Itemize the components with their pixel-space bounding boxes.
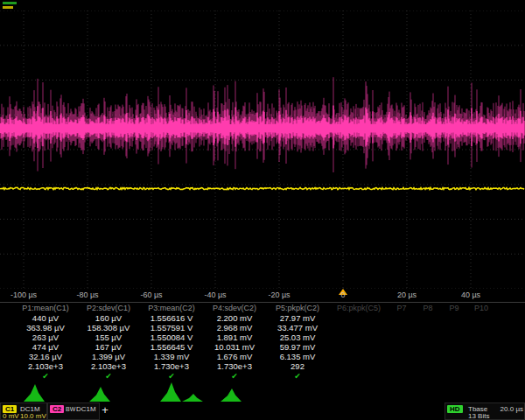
meas-value — [467, 313, 495, 323]
waveform-svg — [0, 10, 525, 289]
logo-mark-yellow — [3, 6, 13, 9]
meas-column-header[interactable]: P3:mean(C2) — [140, 303, 203, 313]
meas-value: 1.676 mV — [203, 352, 266, 361]
meas-value: 33.477 mV — [266, 323, 329, 332]
meas-value: 10.031 mV — [203, 342, 266, 352]
meas-value: 1.891 mV — [203, 332, 266, 342]
meas-value — [441, 352, 467, 361]
c1-offset-label: 0 mV — [3, 413, 19, 420]
timebase-resolution: 13 Bits — [468, 413, 489, 420]
c2-badge[interactable]: C2 — [50, 405, 64, 413]
time-axis-label: -80 µs — [76, 290, 98, 299]
meas-value: 1.556616 V — [140, 313, 203, 323]
meas-column-header[interactable]: P2:sdev(C1) — [77, 303, 140, 313]
time-axis-label: -20 µs — [268, 290, 290, 299]
meas-value — [329, 352, 388, 361]
meas-value-row: 2.103e+32.103e+31.730e+31.730e+3292 — [0, 361, 525, 371]
meas-value — [415, 323, 441, 332]
meas-column-header[interactable]: P7 — [388, 303, 415, 313]
meas-value: 32.16 µV — [14, 352, 77, 361]
meas-value — [329, 342, 388, 352]
oscilloscope-screen: -100 µs-80 µs-60 µs-40 µs-20 µs020 µs40 … — [0, 0, 525, 420]
meas-value — [441, 332, 467, 342]
meas-value-row: 363.98 µV158.308 µV1.557591 V2.968 mV33.… — [0, 323, 525, 332]
meas-value — [441, 361, 467, 371]
time-axis-label: -40 µs — [204, 290, 226, 299]
meas-value: 2.103e+3 — [14, 361, 77, 371]
meas-rows: 440 µV160 µV1.556616 V2.200 mV27.97 mV36… — [0, 313, 525, 371]
meas-value: 1.557591 V — [140, 323, 203, 332]
meas-column-header[interactable]: P6:pkpk(C5) — [329, 303, 388, 313]
meas-value — [388, 332, 415, 342]
meas-column-header[interactable]: P1:mean(C1) — [14, 303, 77, 313]
meas-value: 158.308 µV — [77, 323, 140, 332]
meas-value — [329, 332, 388, 342]
meas-value — [415, 313, 441, 323]
meas-value: 363.98 µV — [14, 323, 77, 332]
meas-value — [441, 323, 467, 332]
time-axis-label: -100 µs — [10, 290, 37, 299]
meas-column-header[interactable]: P10 — [467, 303, 495, 313]
channel-c1-descriptor[interactable]: C1 DC1M 0 mV 10.0 mV — [0, 402, 47, 420]
meas-value: 1.556645 V — [140, 342, 203, 352]
meas-value: 1.399 µV — [77, 352, 140, 361]
meas-value — [467, 323, 495, 332]
meas-value: 2.103e+3 — [77, 361, 140, 371]
meas-value: 474 µV — [14, 342, 77, 352]
top-strip — [0, 0, 525, 10]
meas-table: P1:mean(C1)P2:sdev(C1)P3:mean(C2)P4:sdev… — [0, 302, 525, 382]
bottom-bar: C1 DC1M 0 mV 10.0 mV C2 BW DC1M + HD Tba… — [0, 402, 525, 420]
c1-scale-label: 10.0 mV — [20, 413, 46, 420]
timebase-descriptor[interactable]: HD Tbase 20.0 µs 13 Bits — [444, 402, 525, 420]
meas-value: 1.550084 V — [140, 332, 203, 342]
meas-value: 160 µV — [77, 313, 140, 323]
meas-value — [388, 342, 415, 352]
waveform-display[interactable] — [0, 10, 525, 289]
meas-value: 2.968 mV — [203, 323, 266, 332]
meas-value — [415, 342, 441, 352]
meas-value — [388, 361, 415, 371]
meas-value — [467, 352, 495, 361]
measurement-histicons[interactable] — [0, 380, 525, 402]
channel-c2-descriptor[interactable]: C2 BW DC1M — [47, 402, 100, 420]
meas-value-row: 474 µV167 µV1.556645 V10.031 mV59.97 mV — [0, 342, 525, 352]
meas-value: 440 µV — [14, 313, 77, 323]
time-axis-label: 20 µs — [397, 290, 416, 299]
hd-badge: HD — [447, 405, 463, 413]
meas-value: 2.200 mV — [203, 313, 266, 323]
meas-value: 167 µV — [77, 342, 140, 352]
meas-value — [415, 332, 441, 342]
time-axis-label: 0 — [340, 290, 345, 299]
meas-value-row: 263 µV155 µV1.550084 V1.891 mV25.03 mV — [0, 332, 525, 342]
meas-value-row: 32.16 µV1.399 µV1.339 mV1.676 mV6.135 mV — [0, 352, 525, 361]
histicon-svg — [0, 380, 525, 402]
meas-column-header[interactable]: P4:sdev(C2) — [203, 303, 266, 313]
add-trace-button[interactable]: + — [96, 403, 114, 417]
meas-value — [329, 361, 388, 371]
meas-value-row: 440 µV160 µV1.556616 V2.200 mV27.97 mV — [0, 313, 525, 323]
meas-value — [329, 323, 388, 332]
meas-value — [441, 313, 467, 323]
time-axis: -100 µs-80 µs-60 µs-40 µs-20 µs020 µs40 … — [0, 290, 525, 301]
meas-value — [388, 323, 415, 332]
meas-value: 1.730e+3 — [203, 361, 266, 371]
meas-value — [467, 332, 495, 342]
meas-column-header[interactable]: P9 — [441, 303, 467, 313]
meas-value — [467, 342, 495, 352]
meas-value — [415, 361, 441, 371]
meas-column-header[interactable]: P5:pkpk(C2) — [266, 303, 329, 313]
meas-value — [441, 342, 467, 352]
meas-value: 59.97 mV — [266, 342, 329, 352]
meas-value: 292 — [266, 361, 329, 371]
meas-value — [329, 313, 388, 323]
meas-value: 155 µV — [77, 332, 140, 342]
meas-column-header[interactable]: P8 — [415, 303, 441, 313]
meas-value: 1.339 mV — [140, 352, 203, 361]
meas-value — [467, 361, 495, 371]
meas-value: 263 µV — [14, 332, 77, 342]
meas-value — [388, 313, 415, 323]
meas-value: 27.97 mV — [266, 313, 329, 323]
meas-value: 6.135 mV — [266, 352, 329, 361]
time-axis-label: 40 µs — [461, 290, 480, 299]
meas-value: 25.03 mV — [266, 332, 329, 342]
